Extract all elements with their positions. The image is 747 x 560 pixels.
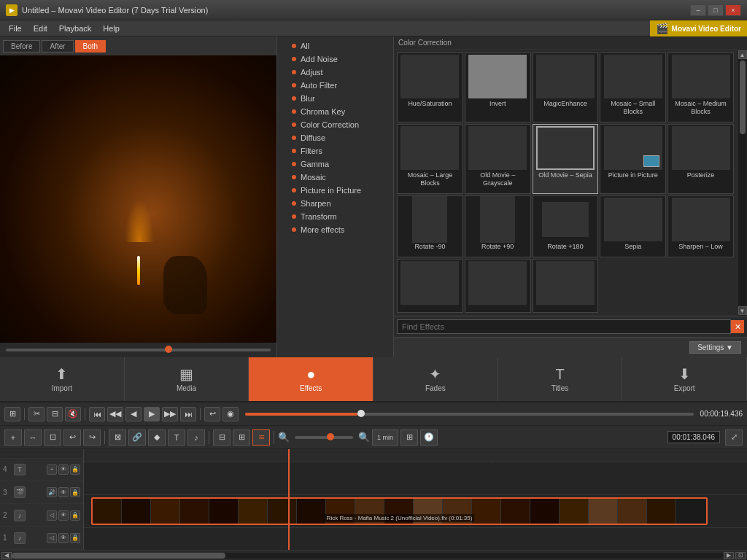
redo-button[interactable]: ↪ [83,429,101,446]
prev-frame-button[interactable]: ◀◀ [107,407,123,421]
track-vol-btn[interactable]: 🔊 [47,487,57,497]
marker-button[interactable]: ◆ [148,429,166,446]
cat-diffuse[interactable]: Diffuse [277,131,393,144]
menu-playback[interactable]: Playback [53,23,98,34]
effect-magicenhance[interactable]: MagicEnhance [533,52,599,122]
settings-button[interactable]: Settings ▼ [689,341,741,354]
effect-pip[interactable]: Picture in Picture [600,124,666,194]
track-lock-btn[interactable]: 🔒 [70,487,80,497]
audio-tool[interactable]: ♪ [187,429,205,446]
cat-transform[interactable]: Transform [277,210,393,223]
effect-oldmovie-gray[interactable]: Old Movie – Grayscale [465,124,531,194]
cat-moreeffects[interactable]: More effects [277,223,393,236]
scroll-down-button[interactable]: ▼ [738,306,747,315]
loop-button[interactable]: ↩ [204,407,220,421]
tab-titles[interactable]: T Titles [498,357,623,401]
fullscreen-button[interactable]: ⤢ [725,429,743,446]
zoom-slider[interactable] [295,436,353,439]
cat-autofilter[interactable]: Auto Filter [277,79,393,92]
cat-colorcorrection[interactable]: Color Correction [277,118,393,131]
effect-invert[interactable]: Invert [465,52,531,122]
cat-filters[interactable]: Filters [277,144,393,158]
tab-fades[interactable]: ✦ Fades [374,357,498,401]
track-eye-btn[interactable]: 👁 [58,464,69,475]
frame-view-2[interactable]: ⊞ [233,429,250,446]
fit-button[interactable]: ⊞ [400,429,418,446]
effect-mosaic-med[interactable]: Mosaic – Medium Blocks [667,52,734,122]
effect-mosaic-large[interactable]: Mosaic – Large Blocks [397,124,463,194]
scroll-up-button[interactable]: ▲ [738,50,747,59]
cat-addnoise[interactable]: Add Noise [277,52,393,66]
scroll-track[interactable] [740,61,746,305]
next-frame-button[interactable]: ⏭ [180,407,196,421]
effect-mosaic-small[interactable]: Mosaic – Small Blocks [600,52,666,122]
track-eye-btn[interactable]: 👁 [58,510,69,521]
tab-both[interactable]: Both [75,40,107,52]
effect-rotate-180[interactable]: Rotate +180 [533,195,599,257]
tab-before[interactable]: Before [3,40,40,52]
video-clip[interactable]: Rick Ross - Mafia Music 2 (Unofficial Vi… [91,497,708,525]
menu-help[interactable]: Help [97,23,125,34]
text-tool[interactable]: T [168,429,185,446]
link-button[interactable]: 🔗 [128,429,146,446]
split-button[interactable]: ⊟ [47,407,63,421]
tab-export[interactable]: ⬇ Export [622,357,747,401]
cat-adjust[interactable]: Adjust [277,66,393,79]
rewind-button[interactable]: ◀ [125,407,142,421]
move-tool[interactable]: ↔ [24,429,42,446]
scroll-end-button[interactable]: ⊡ [735,552,746,559]
effect-partial-2[interactable] [465,259,531,313]
scrub-handle[interactable] [165,346,172,353]
cat-all[interactable]: All [277,39,393,52]
zoom-preset[interactable]: 1 min [372,429,398,446]
mute-button[interactable]: 🔇 [65,407,81,421]
track-vol-btn[interactable]: ◁ [47,533,57,543]
scroll-right-button[interactable]: ▶ [724,552,734,559]
timeline-scrubber[interactable] [245,413,694,416]
effect-rotate-neg90[interactable]: Rotate -90 [397,195,463,257]
scroll-left-button[interactable]: ◀ [1,552,12,559]
scrub-bar[interactable] [6,349,271,351]
tab-after[interactable]: After [42,40,73,52]
effect-oldmovie-sepia[interactable]: Old Movie – Sepia [533,124,599,194]
forward-button[interactable]: ▶▶ [162,407,178,421]
cut-button[interactable]: ✂ [28,407,44,421]
minimize-button[interactable]: – [690,4,706,16]
ripple-button[interactable]: ⊠ [109,429,126,446]
effect-sharpen-low[interactable]: Sharpen – Low [667,195,734,257]
close-button[interactable]: × [725,4,741,16]
play-button[interactable]: ▶ [144,407,160,421]
waveform-btn[interactable]: ≋ [252,429,270,446]
effect-partial-3[interactable] [533,259,599,313]
effects-scrollbar[interactable]: ▲ ▼ [737,50,747,316]
track-eye-btn[interactable]: 👁 [58,533,69,543]
maximize-button[interactable]: □ [708,4,724,16]
track-add-btn[interactable]: + [47,464,57,475]
effect-partial-1[interactable] [397,259,463,313]
track-lock-btn[interactable]: 🔒 [70,510,80,521]
tab-effects[interactable]: ● Effects [249,357,374,401]
search-clear-button[interactable]: ✕ [731,320,744,333]
snap-button[interactable]: ⊞ [4,407,20,421]
track-vol-btn[interactable]: ◁ [47,510,57,521]
scroll-track[interactable] [12,553,724,559]
frame-view-1[interactable]: ⊟ [213,429,231,446]
effect-sepia[interactable]: Sepia [600,195,666,257]
track-eye-btn[interactable]: 👁 [58,487,69,497]
clock-button[interactable]: 🕐 [420,429,438,446]
track-lock-btn[interactable]: 🔒 [70,533,80,543]
tab-import[interactable]: ⬆ Import [0,357,125,401]
cat-blur[interactable]: Blur [277,92,393,105]
cat-chromakey[interactable]: Chroma Key [277,105,393,118]
effect-rotate-90[interactable]: Rotate +90 [465,195,531,257]
menu-edit[interactable]: Edit [28,23,53,34]
add-track-button[interactable]: + [4,429,22,446]
track-lock-btn[interactable]: 🔒 [70,464,80,475]
cat-gamma[interactable]: Gamma [277,158,393,171]
cat-pip[interactable]: Picture in Picture [277,184,393,197]
undo-button[interactable]: ↩ [63,429,81,446]
trim-tool[interactable]: ⊡ [44,429,61,446]
cat-mosaic[interactable]: Mosaic [277,171,393,184]
effect-hue-saturation[interactable]: Hue/Saturation [397,52,463,122]
search-input[interactable] [397,319,731,334]
